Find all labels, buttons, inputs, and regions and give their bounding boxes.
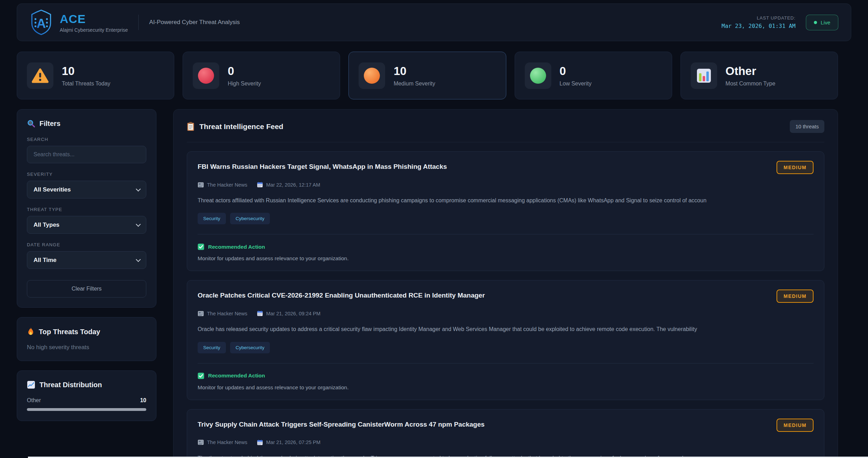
recommended-action-label: Recommended Action	[208, 244, 265, 250]
threat-card-divider	[198, 363, 814, 363]
date-range-label: DATE RANGE	[27, 242, 146, 247]
newspaper-icon	[198, 311, 204, 316]
app-subtitle: Alajmi Cybersecurity Enterprise	[60, 27, 128, 33]
top-threats-title: Top Threats Today	[39, 328, 100, 336]
threat-date-text: Mar 22, 2026, 12:17 AM	[266, 182, 320, 188]
threat-card[interactable]: Trivy Supply Chain Attack Triggers Self-…	[187, 409, 824, 458]
threat-feed: Threat Intelligence Feed 10 threats FBI …	[173, 109, 838, 458]
clear-filters-button[interactable]: Clear Filters	[27, 280, 146, 298]
last-updated-label: LAST UPDATED:	[757, 15, 795, 21]
threat-title[interactable]: FBI Warns Russian Hackers Target Signal,…	[198, 161, 447, 172]
threat-description: Threat actors affiliated with Russian In…	[198, 197, 814, 204]
bar-chart-icon	[691, 62, 717, 89]
header-divider	[138, 15, 139, 30]
search-label: SEARCH	[27, 137, 146, 142]
chart-increasing-icon	[27, 381, 35, 389]
newspaper-icon	[198, 440, 204, 445]
last-updated: LAST UPDATED: Mar 23, 2026, 01:31 AM	[722, 15, 796, 29]
recommended-action-text: Monitor for updates and assess relevance…	[198, 384, 814, 391]
filters-title: Filters	[39, 120, 60, 128]
stat-card-high-severity: 0 High Severity	[183, 52, 340, 99]
stat-label: Low Severity	[560, 81, 592, 87]
calendar-icon	[257, 182, 263, 188]
threat-type-select[interactable]: All Types	[27, 216, 146, 234]
svg-text:A: A	[37, 16, 46, 31]
threat-type-label: THREAT TYPE	[27, 207, 146, 212]
stat-value: 10	[393, 65, 435, 78]
distribution-bar	[27, 408, 146, 411]
threat-tag: Security	[198, 342, 226, 353]
magnifier-icon	[27, 119, 35, 128]
threat-date: Mar 21, 2026, 09:24 PM	[257, 310, 321, 316]
threat-date: Mar 22, 2026, 12:17 AM	[257, 182, 320, 188]
stats-row: 10 Total Threats Today 0 High Severity 1…	[17, 52, 851, 99]
search-input[interactable]	[27, 146, 146, 163]
threat-date: Mar 21, 2026, 07:25 PM	[257, 440, 321, 445]
stat-value: 0	[560, 65, 592, 78]
warning-triangle-icon	[27, 62, 53, 89]
severity-badge: MEDIUM	[777, 161, 814, 174]
dashboard-page: A ACE Alajmi Cybersecurity Enterprise AI…	[0, 0, 868, 458]
last-updated-value: Mar 23, 2026, 01:31 AM	[722, 23, 796, 29]
stat-label: Most Common Type	[726, 81, 775, 87]
shield-logo-icon: A	[30, 9, 53, 36]
filters-panel: Filters SEARCH SEVERITY All Severities T…	[17, 109, 156, 308]
clipboard-icon	[187, 122, 194, 131]
threat-card[interactable]: FBI Warns Russian Hackers Target Signal,…	[187, 151, 824, 271]
threat-tag: Cybersecurity	[230, 342, 270, 353]
threat-card[interactable]: Oracle Patches Critical CVE-2026-21992 E…	[187, 280, 824, 400]
threat-source: The Hacker News	[198, 440, 247, 445]
live-badge: Live	[806, 15, 838, 30]
green-circle-icon	[525, 62, 551, 89]
red-circle-icon	[193, 62, 219, 89]
live-label: Live	[821, 20, 830, 25]
bottom-edge-strip	[28, 457, 868, 458]
stat-label: Medium Severity	[393, 81, 435, 87]
threat-source-text: The Hacker News	[207, 440, 247, 445]
sidebar: Filters SEARCH SEVERITY All Severities T…	[17, 109, 156, 421]
stat-card-medium-severity: 10 Medium Severity	[348, 52, 506, 99]
severity-badge: MEDIUM	[777, 419, 814, 432]
threat-distribution-title: Threat Distribution	[39, 381, 102, 389]
distribution-row: Other 10	[27, 397, 146, 404]
severity-label: SEVERITY	[27, 172, 146, 177]
threat-title[interactable]: Trivy Supply Chain Attack Triggers Self-…	[198, 419, 485, 429]
orange-circle-icon	[359, 62, 385, 89]
threat-title[interactable]: Oracle Patches Critical CVE-2026-21992 E…	[198, 290, 485, 300]
top-threats-panel: Top Threats Today No high severity threa…	[17, 317, 156, 361]
threat-description: Oracle has released security updates to …	[198, 325, 814, 333]
threat-source-text: The Hacker News	[207, 182, 247, 188]
stat-value: 0	[228, 65, 261, 78]
app-name: ACE	[60, 12, 128, 26]
distribution-bar-fill	[27, 408, 146, 411]
threat-date-text: Mar 21, 2026, 07:25 PM	[266, 440, 321, 445]
distribution-value: 10	[140, 397, 146, 404]
severity-badge: MEDIUM	[777, 290, 814, 303]
fire-icon	[27, 327, 35, 336]
threat-tag: Cybersecurity	[230, 213, 270, 224]
threat-distribution-panel: Threat Distribution Other 10	[17, 370, 156, 421]
threat-date-text: Mar 21, 2026, 09:24 PM	[266, 311, 321, 316]
feed-divider	[187, 142, 824, 142]
threat-card-divider	[198, 234, 814, 234]
threat-count-badge: 10 threats	[790, 120, 824, 133]
live-dot-icon	[814, 21, 817, 24]
stat-label: High Severity	[228, 81, 261, 87]
calendar-icon	[257, 310, 263, 316]
stat-value: 10	[62, 65, 110, 78]
stat-card-common-type: Other Most Common Type	[681, 52, 838, 99]
feed-title: Threat Intelligence Feed	[199, 122, 283, 131]
stat-card-low-severity: 0 Low Severity	[515, 52, 672, 99]
severity-select[interactable]: All Severities	[27, 181, 146, 198]
app-tagline: AI-Powered Cyber Threat Analysis	[149, 19, 240, 26]
threat-source: The Hacker News	[198, 311, 247, 316]
calendar-icon	[257, 440, 263, 445]
threat-tag: Security	[198, 213, 226, 224]
threat-source-text: The Hacker News	[207, 311, 247, 316]
date-range-select[interactable]: All Time	[27, 251, 146, 269]
recommended-action-label: Recommended Action	[208, 373, 265, 379]
threat-source: The Hacker News	[198, 182, 247, 188]
stat-card-total-threats: 10 Total Threats Today	[17, 52, 174, 99]
check-icon	[198, 373, 204, 379]
stat-label: Total Threats Today	[62, 81, 110, 87]
